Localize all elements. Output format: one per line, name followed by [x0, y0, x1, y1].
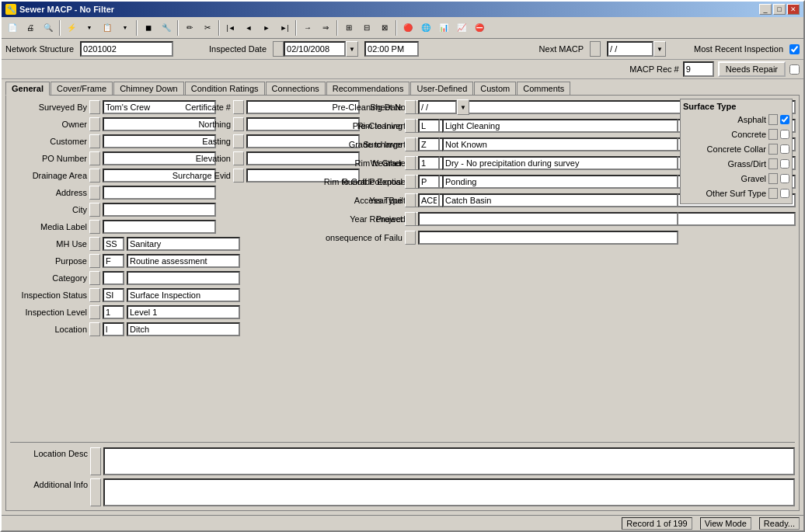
- date-dropdown-arrow[interactable]: ▼: [346, 41, 358, 57]
- title-bar-buttons: _ □ ✕: [759, 4, 800, 15]
- new-button[interactable]: 📄: [4, 19, 21, 37]
- concrete-checkbox[interactable]: [780, 130, 789, 139]
- surcharge-code[interactable]: [418, 137, 440, 151]
- macp-rec-input[interactable]: [683, 61, 714, 77]
- print-button[interactable]: 🖨: [22, 19, 39, 37]
- surcharge-input[interactable]: [442, 137, 678, 151]
- needs-repair-checkbox[interactable]: [789, 64, 800, 75]
- close-button[interactable]: ✕: [787, 4, 800, 15]
- tab-connections[interactable]: Connections: [266, 82, 326, 96]
- pre-cleaning-input[interactable]: [442, 119, 678, 133]
- tab-recommendations[interactable]: Recommendations: [326, 82, 410, 96]
- date-dropdown-wrapper: ▼: [284, 41, 358, 57]
- view-button[interactable]: 📋: [99, 19, 116, 37]
- maximize-button[interactable]: □: [773, 4, 786, 15]
- inspection-status-code[interactable]: [103, 288, 124, 302]
- address-label: Address: [9, 188, 87, 197]
- mh-use-code[interactable]: [103, 237, 124, 251]
- filter-dropdown-button[interactable]: ▼: [81, 19, 98, 37]
- inspected-date-input[interactable]: [284, 41, 346, 57]
- report2-button[interactable]: 📈: [453, 19, 470, 37]
- purpose-row: Purpose: [9, 252, 165, 269]
- next-record-button[interactable]: ►: [258, 19, 275, 37]
- access-type-input[interactable]: [442, 193, 678, 207]
- consequence-input[interactable]: [418, 231, 678, 245]
- nav1-button[interactable]: ◼: [140, 19, 157, 37]
- runoff-potential-row: Runoff Potential: [317, 173, 678, 190]
- pre-cleaning-date-label: Pre-Cleaning Date: [317, 103, 402, 112]
- needs-repair-button[interactable]: Needs Repair: [718, 61, 786, 77]
- report-button[interactable]: 📊: [435, 19, 452, 37]
- view-dropdown-button[interactable]: ▼: [117, 19, 134, 37]
- grid2-button[interactable]: ⊟: [358, 19, 375, 37]
- inspection-level-code[interactable]: [103, 305, 124, 319]
- northing-row: Northing: [169, 116, 308, 133]
- next-macp-input[interactable]: [607, 41, 653, 57]
- red-button[interactable]: 🔴: [399, 19, 416, 37]
- export2-button[interactable]: ⇒: [317, 19, 334, 37]
- weather-label: Weather: [317, 158, 402, 168]
- first-record-button[interactable]: |◄: [222, 19, 239, 37]
- category-code[interactable]: [103, 271, 124, 285]
- location-desc-textarea[interactable]: [103, 447, 795, 475]
- network-structure-input[interactable]: [80, 41, 173, 57]
- tab-condition-ratings[interactable]: Condition Ratings: [185, 82, 265, 96]
- grid1-button[interactable]: ⊞: [340, 19, 357, 37]
- runoff-potential-code[interactable]: [418, 175, 440, 189]
- tab-content-area: Surveyed By Owner Customer: [5, 95, 800, 511]
- export1-button[interactable]: →: [299, 19, 316, 37]
- concrete-collar-checkbox[interactable]: [780, 144, 789, 154]
- globe-button[interactable]: 🌐: [417, 19, 434, 37]
- additional-info-row: Additional Info: [10, 478, 795, 506]
- sep3: [177, 20, 179, 36]
- last-record-button[interactable]: ►|: [276, 19, 293, 37]
- other-surf-label: Other Surf Type: [683, 189, 766, 198]
- location-label: Location: [9, 325, 87, 334]
- category-label: Category: [9, 273, 87, 283]
- next-macp-label: Next MACP: [539, 44, 584, 54]
- tab-chimney-down[interactable]: Chimney Down: [113, 82, 184, 96]
- other-surf-checkbox[interactable]: [780, 189, 789, 198]
- tab-cover-frame[interactable]: Cover/Frame: [51, 82, 113, 96]
- weather-code[interactable]: [418, 156, 440, 170]
- grass-dirt-checkbox[interactable]: [780, 159, 789, 169]
- next-macp-wrapper: ▼: [607, 41, 666, 57]
- edit-button[interactable]: ✏: [181, 19, 198, 37]
- network-structure-label: Network Structure: [5, 44, 74, 54]
- tab-custom[interactable]: Custom: [474, 82, 516, 96]
- weather-input[interactable]: [442, 156, 678, 170]
- grid3-button[interactable]: ⊠: [376, 19, 393, 37]
- tab-comments[interactable]: Comments: [517, 82, 570, 96]
- pre-cleaning-date-arrow[interactable]: ▼: [457, 99, 469, 115]
- drainage-area-ind: [89, 169, 100, 183]
- cut-button[interactable]: ✂: [199, 19, 216, 37]
- filter-button[interactable]: ⚡: [63, 19, 80, 37]
- tab-general[interactable]: General: [5, 82, 50, 96]
- gravel-checkbox[interactable]: [780, 174, 789, 183]
- project-input[interactable]: [418, 212, 678, 226]
- search-button[interactable]: 🔍: [40, 19, 57, 37]
- next-macp-arrow[interactable]: ▼: [653, 41, 666, 57]
- inspection-status-ind: [89, 288, 100, 302]
- pre-cleaning-code[interactable]: [418, 119, 440, 133]
- inspected-date-label: Inspected Date: [209, 44, 267, 54]
- stop-button[interactable]: ⛔: [471, 19, 488, 37]
- additional-info-label: Additional Info: [10, 478, 88, 489]
- minimize-button[interactable]: _: [759, 4, 772, 15]
- additional-info-textarea[interactable]: [103, 478, 795, 506]
- asphalt-checkbox[interactable]: [780, 115, 789, 124]
- pre-cleaning-date-input[interactable]: [418, 100, 457, 114]
- inspected-time-input[interactable]: [364, 41, 419, 57]
- most-recent-checkbox[interactable]: [789, 44, 800, 54]
- purpose-code[interactable]: [103, 254, 124, 268]
- runoff-potential-input[interactable]: [442, 175, 678, 189]
- prev-record-button[interactable]: ◄: [240, 19, 257, 37]
- access-type-code[interactable]: [418, 193, 440, 207]
- surcharge-label: Surcharge: [317, 140, 402, 149]
- nav2-button[interactable]: 🔧: [158, 19, 175, 37]
- surcharge-evid-ind: [233, 169, 244, 183]
- tab-user-defined[interactable]: User-Defined: [410, 82, 473, 96]
- grass-dirt-row: Grass/Dirt: [683, 157, 789, 171]
- location-code[interactable]: [103, 322, 124, 336]
- separator-line: [10, 442, 795, 443]
